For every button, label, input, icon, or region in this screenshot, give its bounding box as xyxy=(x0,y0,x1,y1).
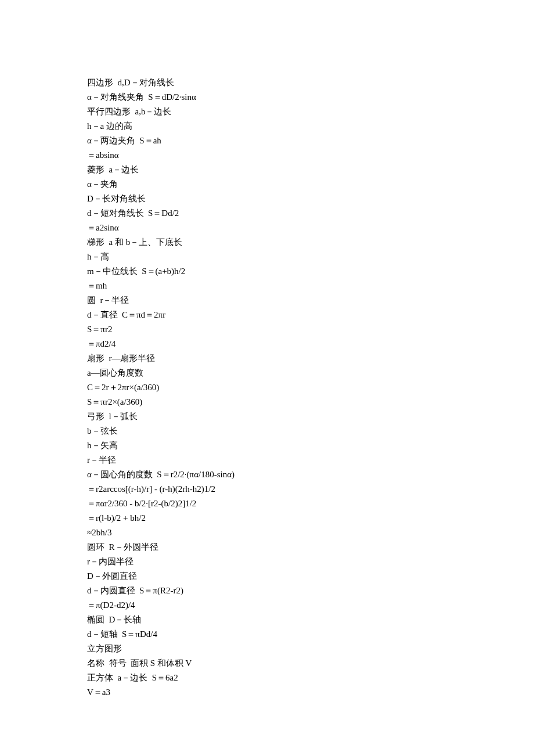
text-line: α－夹角 xyxy=(87,177,534,192)
text-line: ＝πd2/4 xyxy=(87,337,534,351)
text-line: r－内圆半径 xyxy=(87,555,534,569)
text-line: α－圆心角的度数 S＝r2/2·(πα/180-sinα) xyxy=(87,467,534,482)
text-line: m－中位线长 S＝(a+b)h/2 xyxy=(87,264,534,279)
text-line: a—圆心角度数 xyxy=(87,366,534,380)
text-line: ＝παr2/360 - b/2·[r2-(b/2)2]1/2 xyxy=(87,496,534,511)
text-line: α－两边夹角 S＝ah xyxy=(87,134,534,148)
text-line: 扇形 r—扇形半径 xyxy=(87,351,534,366)
text-line: α－对角线夹角 S＝dD/2·sinα xyxy=(87,90,534,105)
text-line: ＝r(l-b)/2 + bh/2 xyxy=(87,511,534,525)
text-line: 圆 r－半径 xyxy=(87,293,534,308)
text-line: ＝a2sinα xyxy=(87,221,534,235)
text-line: 立方图形 xyxy=(87,642,534,656)
text-line: r－半径 xyxy=(87,453,534,467)
text-line: 梯形 a 和 b－上、下底长 xyxy=(87,235,534,250)
text-line: ＝r2arccos[(r-h)/r] - (r-h)(2rh-h2)1/2 xyxy=(87,482,534,496)
text-line: h－a 边的高 xyxy=(87,119,534,134)
text-line: b－弦长 xyxy=(87,424,534,438)
text-line: V＝a3 xyxy=(87,685,534,700)
text-line: h－高 xyxy=(87,250,534,264)
text-line: d－内圆直径 S＝π(R2-r2) xyxy=(87,584,534,598)
text-content: 四边形 d,D－对角线长α－对角线夹角 S＝dD/2·sinα平行四边形 a,b… xyxy=(87,75,534,700)
text-line: C＝2r＋2πr×(a/360) xyxy=(87,380,534,395)
text-line: S＝πr2 xyxy=(87,322,534,337)
text-line: S＝πr2×(a/360) xyxy=(87,395,534,409)
text-line: ≈2bh/3 xyxy=(87,525,534,540)
text-line: 名称 符号 面积 S 和体积 V xyxy=(87,656,534,671)
text-line: h－矢高 xyxy=(87,438,534,453)
text-line: 圆环 R－外圆半径 xyxy=(87,540,534,555)
text-line: ＝π(D2-d2)/4 xyxy=(87,598,534,613)
text-line: 平行四边形 a,b－边长 xyxy=(87,105,534,119)
text-line: D－长对角线长 xyxy=(87,192,534,206)
text-line: 四边形 d,D－对角线长 xyxy=(87,75,534,90)
text-line: ＝absinα xyxy=(87,148,534,163)
text-line: 椭圆 D－长轴 xyxy=(87,613,534,627)
document-page: 四边形 d,D－对角线长α－对角线夹角 S＝dD/2·sinα平行四边形 a,b… xyxy=(0,0,534,700)
text-line: d－直径 C＝πd＝2πr xyxy=(87,308,534,322)
text-line: ＝mh xyxy=(87,279,534,293)
text-line: 正方体 a－边长 S＝6a2 xyxy=(87,671,534,685)
text-line: d－短对角线长 S＝Dd/2 xyxy=(87,206,534,221)
text-line: 菱形 a－边长 xyxy=(87,163,534,177)
text-line: D－外圆直径 xyxy=(87,569,534,584)
text-line: d－短轴 S＝πDd/4 xyxy=(87,627,534,642)
text-line: 弓形 l－弧长 xyxy=(87,409,534,424)
